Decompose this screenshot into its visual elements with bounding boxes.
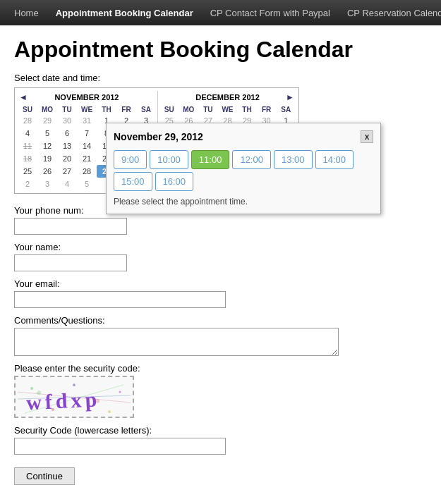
nov-day-cell[interactable]: 19 bbox=[37, 152, 57, 165]
nov-day-header: MO bbox=[37, 105, 57, 114]
nov-day-cell[interactable]: 5 bbox=[77, 178, 97, 190]
calendar-container: ◄ NOVEMBER 2012 SUMOTUWETHFRSA 282930311… bbox=[14, 87, 299, 194]
time-popup-title: November 29, 2012 bbox=[114, 131, 203, 142]
time-slot-button[interactable]: 12:00 bbox=[232, 150, 271, 169]
time-slot-button[interactable]: 16:00 bbox=[155, 172, 194, 191]
comments-textarea[interactable] bbox=[14, 328, 339, 356]
time-popup-close-button[interactable]: x bbox=[361, 130, 373, 143]
dec-day-header: SA bbox=[276, 105, 296, 114]
comments-label: Comments/Questions: bbox=[14, 315, 427, 326]
dec-day-header: FR bbox=[257, 105, 277, 114]
email-input[interactable] bbox=[14, 291, 226, 308]
nov-day-cell[interactable]: 12 bbox=[37, 140, 57, 152]
captcha-noise bbox=[16, 377, 133, 417]
nov-day-header: WE bbox=[77, 105, 97, 114]
select-label: Select date and time: bbox=[14, 73, 427, 83]
nav-item-paypal[interactable]: CP Contact Form with Paypal bbox=[202, 2, 339, 24]
nov-day-cell[interactable]: 11 bbox=[18, 140, 37, 152]
name-label: Your name: bbox=[14, 242, 427, 252]
time-slot-button[interactable]: 9:00 bbox=[114, 150, 147, 169]
nov-day-cell[interactable]: 28 bbox=[77, 165, 97, 178]
main-content: Appointment Booking Calendar Select date… bbox=[0, 25, 441, 499]
nov-day-cell[interactable]: 4 bbox=[57, 178, 77, 190]
nov-day-header: TH bbox=[97, 105, 116, 114]
captcha-image: wfdxp bbox=[14, 376, 134, 418]
nov-day-header: TU bbox=[57, 105, 77, 114]
time-slot-button[interactable]: 13:00 bbox=[274, 150, 313, 169]
navbar: Home Appointment Booking Calendar CP Con… bbox=[0, 0, 441, 25]
name-row: Your name: bbox=[14, 242, 427, 271]
nov-title: NOVEMBER 2012 bbox=[54, 93, 119, 102]
nov-day-header: SU bbox=[18, 105, 37, 114]
nov-day-cell[interactable]: 4 bbox=[18, 127, 37, 140]
nov-day-cell[interactable]: 2 bbox=[18, 178, 37, 190]
nov-day-cell[interactable]: 26 bbox=[37, 165, 57, 178]
nov-day-cell[interactable]: 27 bbox=[57, 165, 77, 178]
nov-day-cell[interactable]: 21 bbox=[77, 152, 97, 165]
dec-day-header: MO bbox=[179, 105, 199, 114]
time-slot-button[interactable]: 10:00 bbox=[150, 150, 188, 169]
nov-header: ◄ NOVEMBER 2012 bbox=[18, 91, 156, 105]
prev-month-button[interactable]: ◄ bbox=[19, 92, 28, 102]
dec-day-header: WE bbox=[218, 105, 238, 114]
nov-day-cell[interactable]: 28 bbox=[18, 114, 37, 127]
nov-day-cell[interactable]: 6 bbox=[57, 127, 77, 140]
dec-header: DECEMBER 2012 ► bbox=[159, 91, 296, 105]
time-slot-button[interactable]: 14:00 bbox=[315, 150, 354, 169]
dec-day-header: TU bbox=[198, 105, 218, 114]
comments-row: Comments/Questions: bbox=[14, 315, 427, 356]
nov-day-header: FR bbox=[116, 105, 136, 114]
next-month-button[interactable]: ► bbox=[286, 92, 294, 102]
nov-day-cell[interactable]: 5 bbox=[37, 127, 57, 140]
time-slot-button[interactable]: 15:00 bbox=[114, 172, 152, 191]
continue-button[interactable]: Continue bbox=[14, 467, 75, 485]
time-popup: November 29, 2012 x 9:0010:0011:0012:001… bbox=[106, 123, 381, 214]
nov-day-cell[interactable]: 31 bbox=[77, 114, 97, 127]
nav-item-calendar[interactable]: Appointment Booking Calendar bbox=[47, 2, 202, 24]
nov-day-cell[interactable]: 18 bbox=[18, 152, 37, 165]
phone-input[interactable] bbox=[14, 218, 127, 235]
security-code-row: Security Code (lowercase letters): bbox=[14, 425, 427, 455]
nov-day-cell[interactable]: 13 bbox=[57, 140, 77, 152]
nov-day-cell[interactable]: 14 bbox=[77, 140, 97, 152]
nov-day-cell[interactable]: 30 bbox=[57, 114, 77, 127]
dec-title: DECEMBER 2012 bbox=[195, 93, 259, 102]
name-input[interactable] bbox=[14, 254, 127, 271]
security-code-input[interactable] bbox=[14, 438, 226, 455]
nov-day-cell[interactable]: 7 bbox=[77, 127, 97, 140]
email-row: Your email: bbox=[14, 278, 427, 308]
time-slots: 9:0010:0011:0012:0013:0014:0015:0016:00 bbox=[114, 150, 373, 191]
dec-day-header: SU bbox=[159, 105, 179, 114]
security-row: Please enter the security code: wfdxp bbox=[14, 363, 427, 418]
time-slot-button[interactable]: 11:00 bbox=[191, 150, 230, 169]
nov-day-cell[interactable]: 29 bbox=[37, 114, 57, 127]
time-popup-header: November 29, 2012 x bbox=[114, 130, 373, 143]
nav-item-home[interactable]: Home bbox=[6, 2, 47, 24]
nov-day-cell[interactable]: 25 bbox=[18, 165, 37, 178]
time-instruction: Please select the appointment time. bbox=[114, 197, 373, 207]
page-title: Appointment Booking Calendar bbox=[14, 37, 427, 63]
dec-day-header: TH bbox=[237, 105, 257, 114]
nav-item-reservation[interactable]: CP Reservation Calendar bbox=[339, 2, 441, 24]
nov-day-cell[interactable]: 3 bbox=[37, 178, 57, 190]
security-code-label: Security Code (lowercase letters): bbox=[14, 425, 427, 436]
nov-day-cell[interactable]: 20 bbox=[57, 152, 77, 165]
security-label: Please enter the security code: bbox=[14, 363, 427, 374]
email-label: Your email: bbox=[14, 278, 427, 289]
form-section: Your phone num: Your name: Your email: C… bbox=[14, 205, 427, 485]
nov-day-header: SA bbox=[136, 105, 156, 114]
